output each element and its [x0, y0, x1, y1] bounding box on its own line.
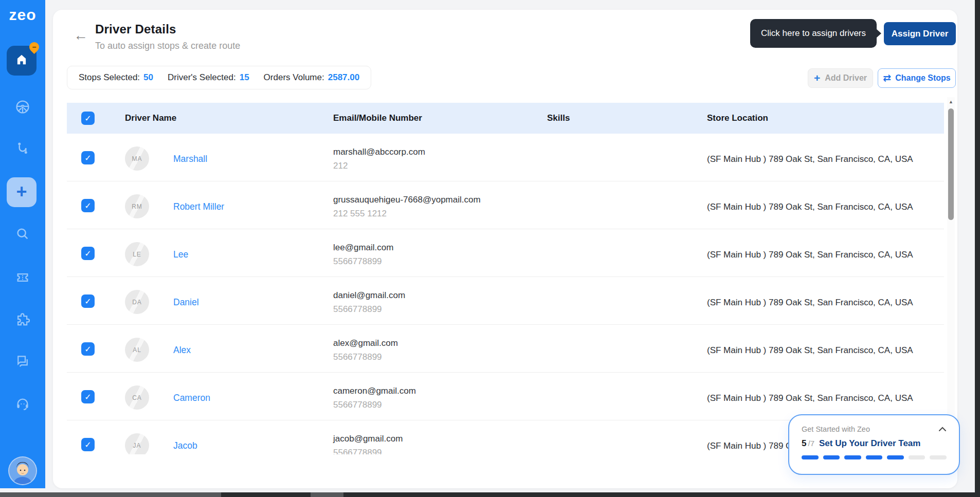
driver-avatar: MA [125, 146, 149, 171]
driver-name-link[interactable]: Marshall [173, 154, 207, 164]
email-cell: cameron@gmail.com 5566778899 [333, 386, 416, 410]
table-scrollbar-thumb[interactable] [948, 108, 954, 220]
row-checkbox[interactable]: ✓ [81, 438, 95, 451]
row-checkbox[interactable]: ✓ [81, 199, 95, 212]
plus-icon: + [16, 182, 27, 201]
driver-email: alex@gmail.com [333, 338, 398, 348]
check-icon: ✓ [84, 344, 91, 354]
swap-arrows-icon: ⇄ [883, 73, 891, 83]
email-cell: lee@gmail.com 5566778899 [333, 243, 393, 267]
table-row: ✓ AL Alex alex@gmail.com 5566778899 (SF … [67, 325, 944, 373]
column-header-skills: Skills [547, 103, 570, 134]
driver-phone: 5566778899 [333, 256, 393, 267]
chevron-up-icon[interactable] [938, 427, 947, 432]
progress-segment [802, 455, 819, 459]
driver-email: marshall@abccorp.com [333, 147, 425, 157]
check-icon: ✓ [84, 114, 91, 123]
progress-segment [887, 455, 904, 459]
stops-selected-stat: Stops Selected: 50 [79, 72, 153, 83]
widget-task-title[interactable]: Set Up Your Driver Team [819, 438, 920, 449]
table-header-row: ✓ Driver Name Email/Mobile Number Skills… [67, 103, 944, 134]
avatar-initials: CA [132, 394, 142, 401]
stops-selected-value: 50 [143, 72, 153, 83]
driver-avatar: JA [125, 433, 149, 454]
widget-title: Get Started with Zeo [802, 425, 870, 433]
check-icon: ✓ [84, 201, 91, 211]
horizontal-scrollbar[interactable] [0, 492, 980, 497]
driver-avatar: AL [125, 338, 149, 362]
selection-summary-bar: Stops Selected: 50 Driver's Selected: 15… [67, 66, 371, 89]
horizontal-scrollbar-thumb[interactable] [0, 492, 221, 497]
row-checkbox[interactable]: ✓ [81, 342, 95, 356]
driver-name-link[interactable]: Jacob [173, 440, 197, 451]
drivers-selected-stat: Driver's Selected: 15 [168, 72, 249, 83]
driver-email: daniel@gmail.com [333, 290, 405, 301]
sidebar-item-tickets[interactable] [0, 270, 45, 287]
avatar-initials: JA [133, 442, 141, 449]
check-icon: ✓ [84, 153, 91, 163]
driver-store-location: (SF Main Hub ) 789 Oak St, San Francisco… [707, 345, 913, 356]
table-row: ✓ CA Cameron cameron@gmail.com 556677889… [67, 373, 944, 420]
horizontal-scrollbar-thumb[interactable] [311, 492, 343, 497]
assign-driver-button[interactable]: Assign Driver [884, 22, 956, 45]
driver-avatar: CA [125, 385, 149, 410]
driver-phone: 5566778899 [333, 400, 416, 410]
email-cell: marshall@abccorp.com 212 [333, 147, 425, 171]
orders-volume-value: 2587.00 [328, 72, 359, 83]
sidebar-item-chat[interactable] [0, 353, 45, 371]
driver-avatar: RM [125, 194, 149, 218]
check-icon: ✓ [84, 392, 91, 402]
page-subtitle: To auto assign stops & create route [95, 41, 240, 51]
email-cell: jacob@gmail.com 5566778899 [333, 434, 403, 454]
back-button[interactable]: ← [74, 28, 88, 43]
table-scrollbar[interactable]: ▲ [947, 97, 955, 451]
browser-vertical-scrollbar[interactable] [975, 0, 980, 497]
driver-name-link[interactable]: Robert Miller [173, 201, 224, 212]
widget-step-total: /7 [808, 439, 814, 448]
driver-name-link[interactable]: Cameron [173, 393, 210, 403]
row-checkbox[interactable]: ✓ [81, 247, 95, 260]
sidebar-item-create-route[interactable]: + [7, 177, 37, 207]
avatar-initials: MA [132, 155, 142, 162]
row-checkbox[interactable]: ✓ [81, 151, 95, 164]
location-pin-badge [27, 40, 41, 54]
home-icon [15, 53, 28, 68]
driver-name-link[interactable]: Daniel [173, 297, 199, 308]
user-avatar[interactable] [8, 456, 37, 485]
page-title: Driver Details [95, 22, 176, 36]
column-header-email: Email/Mobile Number [333, 103, 422, 134]
avatar-initials: AL [133, 346, 141, 354]
sidebar-item-home[interactable] [7, 46, 37, 76]
sidebar-item-drivers[interactable] [0, 99, 45, 117]
driver-name-link[interactable]: Lee [173, 249, 188, 260]
route-icon [15, 140, 30, 158]
change-stops-button[interactable]: ⇄ Change Stops [878, 68, 956, 88]
driver-email: cameron@gmail.com [333, 386, 416, 396]
row-checkbox[interactable]: ✓ [81, 294, 95, 308]
scroll-up-icon[interactable]: ▲ [947, 99, 955, 104]
progress-segment [909, 455, 925, 459]
zeo-logo: zeo [0, 6, 45, 24]
ticket-icon [15, 270, 30, 287]
steering-wheel-icon [14, 99, 31, 117]
driver-name-link[interactable]: Alex [173, 345, 191, 356]
select-all-checkbox[interactable]: ✓ [81, 112, 95, 125]
driver-email: grussauquehigeu-7668@yopmail.com [333, 195, 481, 205]
sidebar: zeo + [0, 0, 45, 488]
table-row: ✓ DA Daniel daniel@gmail.com 5566778899 … [67, 277, 944, 325]
sidebar-item-integrations[interactable] [0, 312, 45, 329]
check-icon: ✓ [84, 249, 91, 259]
progress-segment [866, 455, 883, 459]
email-cell: grussauquehigeu-7668@yopmail.com 212 555… [333, 195, 481, 219]
sidebar-item-search[interactable] [0, 226, 45, 244]
widget-progress-bar [802, 455, 947, 459]
sidebar-item-support[interactable] [0, 396, 45, 414]
driver-store-location: (SF Main Hub ) 789 Oak St, San Francisco… [707, 393, 913, 403]
driver-phone: 5566778899 [333, 352, 398, 362]
add-driver-button[interactable]: + Add Driver [808, 68, 873, 88]
driver-avatar: LE [125, 242, 149, 266]
column-header-driver-name: Driver Name [125, 103, 176, 134]
row-checkbox[interactable]: ✓ [81, 390, 95, 403]
email-cell: daniel@gmail.com 5566778899 [333, 290, 405, 315]
sidebar-item-routes[interactable] [0, 140, 45, 158]
